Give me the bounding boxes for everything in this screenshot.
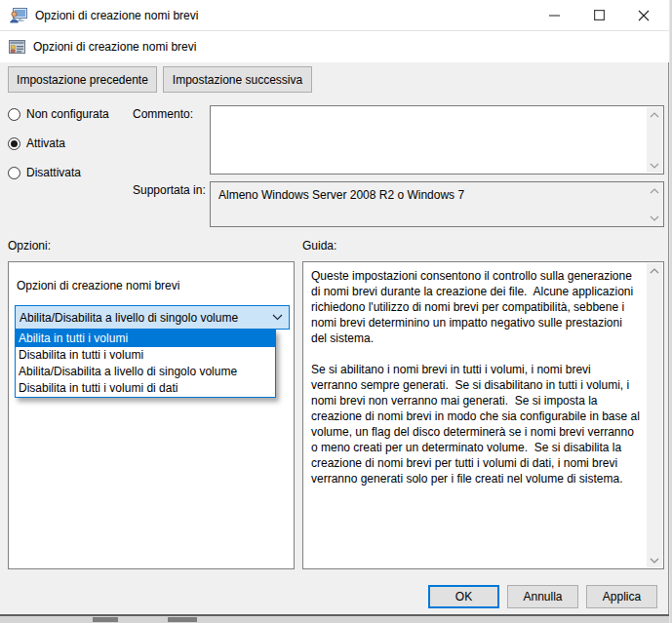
previous-setting-button[interactable]: Impostazione precedente <box>8 66 157 93</box>
radio-row-enabled: Attivata <box>8 134 65 153</box>
titlebar: Opzioni di creazione nomi brevi <box>0 0 669 30</box>
help-section-label: Guida: <box>302 239 336 253</box>
radio-label: Attivata <box>26 136 65 150</box>
maximize-button[interactable] <box>576 0 621 30</box>
setting-header: Opzioni di creazione nomi brevi <box>0 30 669 62</box>
help-panel: Queste impostazioni consentono il contro… <box>302 261 664 569</box>
next-setting-button[interactable]: Impostazione successiva <box>163 66 312 93</box>
scroll-up-button[interactable] <box>647 107 662 122</box>
options-section-label: Opzioni: <box>8 239 51 253</box>
chevron-up-icon <box>650 268 659 274</box>
scroll-up-button[interactable] <box>647 263 662 278</box>
scroll-down-button[interactable] <box>647 158 662 173</box>
minimize-button[interactable] <box>532 0 576 30</box>
group-policy-icon <box>10 8 27 23</box>
radio-row-not-configured: Non configurata <box>8 104 109 124</box>
cancel-button[interactable]: Annulla <box>507 585 578 608</box>
chevron-down-icon <box>650 163 659 169</box>
chevron-down-icon <box>272 314 283 321</box>
window-controls <box>532 0 666 30</box>
combobox-value: Abilita/Disabilita a livello di singolo … <box>20 311 272 325</box>
dropdown-item[interactable]: Abilita in tutti i volumi <box>16 331 275 347</box>
help-paragraph: Se si abilitano i nomi brevi in tutti i … <box>311 362 640 487</box>
comment-label: Commento: <box>133 107 193 121</box>
screen: Opzioni di creazione nomi brevi <box>0 0 672 623</box>
close-button[interactable] <box>621 0 666 30</box>
dropdown-item[interactable]: Disabilita in tutti i volumi <box>16 347 275 364</box>
scroll-down-button[interactable] <box>647 553 662 567</box>
dropdown-item[interactable]: Abilita/Disabilita a livello di singolo … <box>16 364 275 380</box>
radio-label: Disattivata <box>26 166 81 179</box>
radio-enabled[interactable] <box>8 137 20 150</box>
radio-not-configured[interactable] <box>8 108 20 121</box>
ok-button[interactable]: OK <box>428 585 499 608</box>
window-title: Opzioni di creazione nomi brevi <box>35 9 198 22</box>
policy-setting-icon <box>9 39 25 55</box>
scroll-down-button[interactable] <box>647 211 662 225</box>
chevron-down-icon <box>650 558 659 564</box>
short-name-mode-combobox[interactable]: Abilita/Disabilita a livello di singolo … <box>15 305 290 330</box>
help-paragraph: Queste impostazioni consentono il contro… <box>311 268 640 346</box>
supported-on-value: Almeno Windows Server 2008 R2 o Windows … <box>218 188 640 203</box>
chevron-up-icon <box>650 188 659 194</box>
comment-input[interactable] <box>210 105 664 175</box>
minimize-icon <box>549 15 560 17</box>
apply-button[interactable]: Applica <box>586 585 657 608</box>
chevron-up-icon <box>650 112 659 118</box>
radio-disabled[interactable] <box>8 167 20 179</box>
close-icon <box>638 10 650 21</box>
help-text: Queste impostazioni consentono il contro… <box>311 268 640 502</box>
supported-scrollbar[interactable] <box>647 183 662 225</box>
chevron-down-icon <box>650 215 659 221</box>
radio-label: Non configurata <box>26 107 109 121</box>
policy-settings-dialog: Opzioni di creazione nomi brevi <box>0 0 669 615</box>
screen-bottom-strip <box>0 616 669 623</box>
supported-on-box: Almeno Windows Server 2008 R2 o Windows … <box>210 181 664 227</box>
dropdown-caption: Opzioni di creazione nomi brevi <box>17 279 288 292</box>
supported-on-label: Supportata in: <box>133 183 206 197</box>
dropdown-item[interactable]: Disabilita in tutti i volumi di dati <box>16 380 275 397</box>
maximize-icon <box>594 10 605 20</box>
help-scrollbar[interactable] <box>647 263 662 567</box>
comment-scrollbar[interactable] <box>647 107 662 173</box>
scroll-up-button[interactable] <box>647 183 662 198</box>
dropdown-list: Abilita in tutti i volumiDisabilita in t… <box>15 330 276 398</box>
options-panel: Opzioni di creazione nomi brevi Abilita/… <box>8 261 295 569</box>
radio-row-disabled: Disattivata <box>8 163 81 182</box>
setting-title: Opzioni di creazione nomi brevi <box>33 40 196 54</box>
